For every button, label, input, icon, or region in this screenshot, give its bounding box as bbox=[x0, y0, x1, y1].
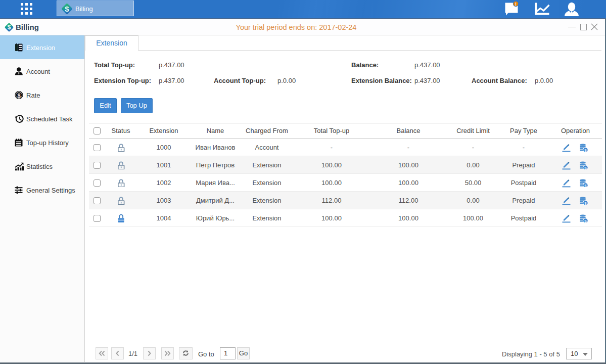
svg-text:$: $ bbox=[584, 201, 587, 205]
svg-text:!: ! bbox=[515, 2, 517, 7]
svg-text:$: $ bbox=[17, 92, 20, 98]
svg-text:$: $ bbox=[584, 219, 587, 223]
svg-text:$: $ bbox=[584, 148, 587, 152]
svg-text:$: $ bbox=[584, 166, 587, 170]
svg-text:$: $ bbox=[65, 5, 69, 13]
svg-text:$: $ bbox=[584, 184, 587, 188]
